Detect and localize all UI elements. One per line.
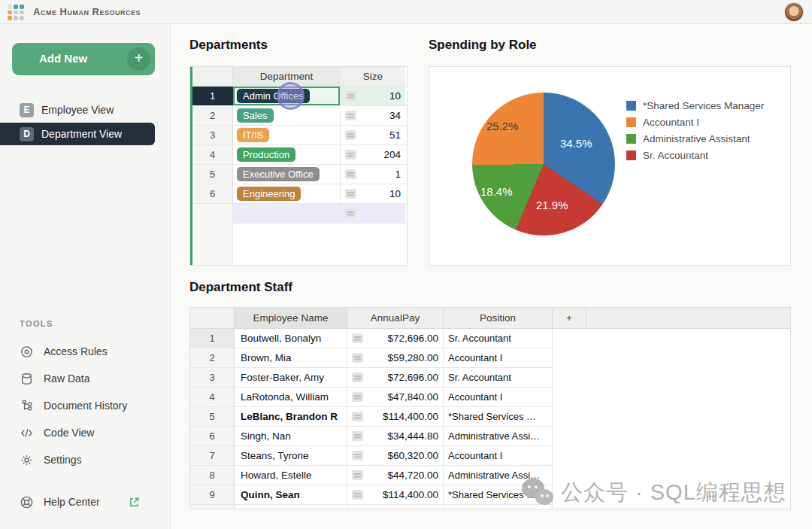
- employee-name-cell[interactable]: Brown, Mia: [235, 348, 347, 367]
- size-cell[interactable]: 1: [341, 165, 405, 184]
- sidebar-item-employee-view[interactable]: EEmployee View: [20, 99, 114, 120]
- expand-icon[interactable]: [352, 431, 363, 441]
- employee-name-cell[interactable]: LaRotonda, William: [235, 388, 347, 406]
- department-cell[interactable]: Executive Office: [233, 165, 341, 184]
- row-number-cell[interactable]: 9: [190, 485, 235, 504]
- annual-pay-cell[interactable]: $114,400.00: [347, 407, 444, 426]
- legend-item: Administrative Assistant: [626, 130, 764, 147]
- row-number-cell[interactable]: 5: [192, 165, 233, 184]
- sidebar-item-label: Department View: [41, 128, 122, 140]
- position-column-header[interactable]: Position: [444, 308, 553, 328]
- expand-icon[interactable]: [352, 451, 363, 461]
- sidebar-item-help-center[interactable]: Help Center: [20, 493, 140, 511]
- row-number-cell[interactable]: 6: [192, 184, 233, 203]
- expand-icon[interactable]: [345, 150, 356, 160]
- sidebar-item-raw-data[interactable]: Raw Data: [20, 369, 89, 388]
- row-number-cell[interactable]: 2: [192, 106, 233, 125]
- department-chip: Sales: [237, 108, 274, 123]
- size-cell[interactable]: 34: [341, 106, 405, 125]
- corner-cell[interactable]: [190, 308, 235, 328]
- legend-label: Sr. Accountant: [643, 150, 708, 161]
- row-number-cell[interactable]: 4: [192, 145, 233, 164]
- employee-name-cell[interactable]: Boutwell, Bonalyn: [235, 329, 347, 348]
- row-number-cell[interactable]: 1: [190, 329, 235, 348]
- expand-icon[interactable]: [352, 392, 363, 402]
- position-cell[interactable]: Accountant I: [444, 348, 553, 367]
- size-cell[interactable]: 204: [341, 145, 405, 164]
- row-number-cell[interactable]: 3: [192, 126, 233, 144]
- position-cell[interactable]: Accountant I: [444, 388, 553, 406]
- employee-name-cell[interactable]: LeBlanc, Brandon R: [235, 407, 347, 426]
- annual-pay-cell[interactable]: $60,320.00: [347, 446, 444, 465]
- size-cell[interactable]: 51: [341, 126, 405, 144]
- annual-pay-cell[interactable]: $72,696.00: [347, 329, 444, 348]
- employee-name-cell[interactable]: Steans, Tyrone: [235, 446, 347, 465]
- sidebar-item-access-rules[interactable]: Access Rules: [20, 342, 108, 360]
- sidebar-item-label: Access Rules: [44, 345, 108, 357]
- sidebar-item-settings[interactable]: Settings: [20, 451, 82, 469]
- expand-icon[interactable]: [345, 189, 356, 199]
- department-cell[interactable]: IT/IS: [233, 126, 341, 144]
- expand-icon[interactable]: [345, 91, 356, 101]
- expand-icon[interactable]: [352, 490, 363, 500]
- add-column-button[interactable]: +: [553, 308, 586, 328]
- annual-pay-cell[interactable]: $44,720.00: [347, 466, 444, 485]
- expand-icon[interactable]: [352, 412, 363, 421]
- expand-icon[interactable]: [345, 208, 356, 218]
- expand-icon[interactable]: [345, 130, 356, 140]
- size-cell[interactable]: 10: [341, 87, 405, 105]
- annual-pay-cell[interactable]: $47,840.00: [347, 388, 444, 406]
- legend-item: *Shared Services Manager: [626, 97, 764, 114]
- corner-cell[interactable]: [192, 67, 233, 86]
- sidebar-item-label: Raw Data: [44, 372, 89, 385]
- department-cell[interactable]: Engineering: [233, 184, 341, 203]
- size-cell[interactable]: 10: [341, 184, 405, 203]
- row-number-cell[interactable]: 2: [190, 348, 235, 367]
- sidebar-item-document-history[interactable]: Document History: [20, 397, 127, 415]
- row-number-cell[interactable]: 7: [190, 446, 235, 465]
- pie-slice-label: 25.2%: [486, 120, 519, 132]
- annual-pay-cell[interactable]: $114,400.00: [347, 485, 444, 504]
- row-number-cell[interactable]: 1: [192, 87, 233, 105]
- expand-icon[interactable]: [352, 372, 363, 382]
- expand-icon[interactable]: [345, 111, 356, 120]
- employee-name-cell: [235, 505, 347, 509]
- expand-icon[interactable]: [352, 333, 363, 343]
- position-cell[interactable]: Administrative Assi…: [444, 466, 553, 485]
- position-cell[interactable]: Administrative Assi…: [444, 427, 553, 445]
- position-cell[interactable]: *Shared Services …: [444, 485, 553, 504]
- add-new-button[interactable]: Add New +: [12, 43, 155, 75]
- chart-legend: *Shared Services ManagerAccountant IAdmi…: [626, 97, 764, 163]
- row-number-cell[interactable]: 8: [190, 466, 235, 485]
- size-cell[interactable]: [341, 204, 405, 223]
- user-avatar[interactable]: [784, 2, 804, 22]
- employee-name-cell[interactable]: Singh, Nan: [235, 427, 347, 445]
- annual-pay-column-header[interactable]: AnnualPay: [347, 308, 444, 328]
- position-cell[interactable]: Accountant I: [444, 446, 553, 465]
- employee-name-column-header[interactable]: Employee Name: [235, 308, 347, 328]
- row-number-cell[interactable]: 5: [190, 407, 235, 426]
- sidebar-item-department-view[interactable]: DDepartment View: [0, 123, 155, 145]
- position-cell[interactable]: *Shared Services …: [444, 407, 553, 426]
- expand-icon[interactable]: [345, 169, 356, 179]
- row-number-cell[interactable]: 3: [190, 368, 235, 387]
- expand-icon[interactable]: [352, 353, 363, 363]
- annual-pay-cell[interactable]: $34,444.80: [347, 427, 444, 445]
- sidebar-item-code-view[interactable]: Code View: [20, 424, 94, 442]
- annual-pay-value: $114,400.00: [363, 411, 438, 422]
- department-cell[interactable]: [233, 204, 341, 223]
- row-number-cell[interactable]: 6: [190, 427, 235, 445]
- employee-name-cell[interactable]: Howard, Estelle: [235, 466, 347, 485]
- employee-name-cell[interactable]: Quinn, Sean: [235, 485, 347, 504]
- employee-name-cell[interactable]: Foster-Baker, Amy: [235, 368, 347, 387]
- position-cell[interactable]: Sr. Accountant: [444, 368, 553, 387]
- row-number-cell[interactable]: 4: [190, 388, 235, 406]
- external-link-icon[interactable]: [129, 497, 140, 508]
- annual-pay-cell[interactable]: $72,696.00: [347, 368, 444, 387]
- position-cell[interactable]: Sr. Accountant: [444, 329, 553, 348]
- size-column-header[interactable]: Size: [341, 67, 405, 86]
- annual-pay-cell[interactable]: $59,280.00: [347, 348, 444, 367]
- expand-icon[interactable]: [352, 470, 363, 480]
- department-cell[interactable]: Production: [233, 145, 341, 164]
- app-window: Acme Human Resources Add New + EEmployee…: [0, 0, 812, 529]
